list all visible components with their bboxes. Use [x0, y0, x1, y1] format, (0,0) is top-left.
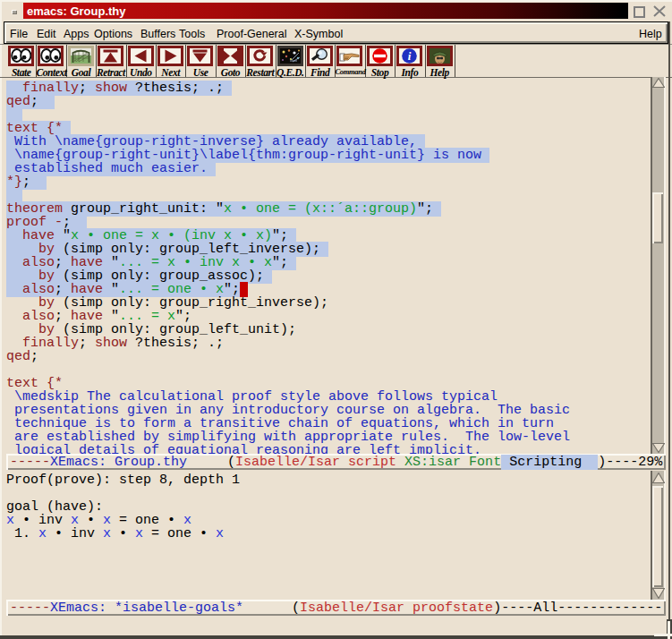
- svg-text:i: i: [408, 49, 412, 63]
